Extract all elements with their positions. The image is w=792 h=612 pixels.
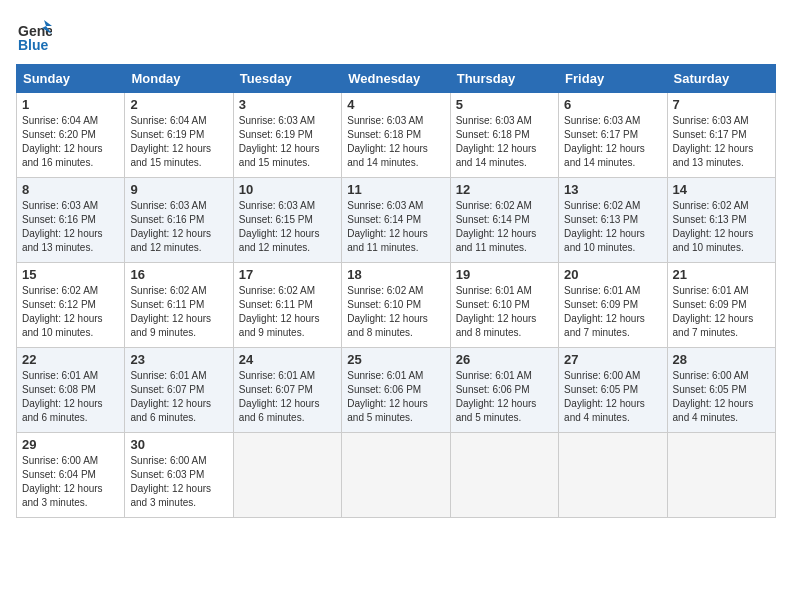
calendar-week-3: 15Sunrise: 6:02 AM Sunset: 6:12 PM Dayli… xyxy=(17,263,776,348)
day-number: 1 xyxy=(22,97,119,112)
calendar-cell: 6Sunrise: 6:03 AM Sunset: 6:17 PM Daylig… xyxy=(559,93,667,178)
calendar-cell: 20Sunrise: 6:01 AM Sunset: 6:09 PM Dayli… xyxy=(559,263,667,348)
calendar-cell: 28Sunrise: 6:00 AM Sunset: 6:05 PM Dayli… xyxy=(667,348,775,433)
calendar-cell: 25Sunrise: 6:01 AM Sunset: 6:06 PM Dayli… xyxy=(342,348,450,433)
day-number: 15 xyxy=(22,267,119,282)
day-header-sunday: Sunday xyxy=(17,65,125,93)
day-number: 13 xyxy=(564,182,661,197)
day-number: 7 xyxy=(673,97,770,112)
day-info: Sunrise: 6:00 AM Sunset: 6:05 PM Dayligh… xyxy=(673,369,770,425)
calendar-cell: 30Sunrise: 6:00 AM Sunset: 6:03 PM Dayli… xyxy=(125,433,233,518)
calendar-cell: 26Sunrise: 6:01 AM Sunset: 6:06 PM Dayli… xyxy=(450,348,558,433)
day-info: Sunrise: 6:02 AM Sunset: 6:10 PM Dayligh… xyxy=(347,284,444,340)
day-number: 11 xyxy=(347,182,444,197)
calendar-week-4: 22Sunrise: 6:01 AM Sunset: 6:08 PM Dayli… xyxy=(17,348,776,433)
day-number: 19 xyxy=(456,267,553,282)
calendar-cell: 1Sunrise: 6:04 AM Sunset: 6:20 PM Daylig… xyxy=(17,93,125,178)
calendar-cell: 22Sunrise: 6:01 AM Sunset: 6:08 PM Dayli… xyxy=(17,348,125,433)
calendar-cell: 19Sunrise: 6:01 AM Sunset: 6:10 PM Dayli… xyxy=(450,263,558,348)
day-info: Sunrise: 6:03 AM Sunset: 6:16 PM Dayligh… xyxy=(22,199,119,255)
day-info: Sunrise: 6:04 AM Sunset: 6:19 PM Dayligh… xyxy=(130,114,227,170)
day-number: 22 xyxy=(22,352,119,367)
day-info: Sunrise: 6:00 AM Sunset: 6:05 PM Dayligh… xyxy=(564,369,661,425)
day-info: Sunrise: 6:01 AM Sunset: 6:06 PM Dayligh… xyxy=(347,369,444,425)
day-info: Sunrise: 6:00 AM Sunset: 6:03 PM Dayligh… xyxy=(130,454,227,510)
day-number: 18 xyxy=(347,267,444,282)
day-info: Sunrise: 6:01 AM Sunset: 6:10 PM Dayligh… xyxy=(456,284,553,340)
calendar-body: 1Sunrise: 6:04 AM Sunset: 6:20 PM Daylig… xyxy=(17,93,776,518)
page-header: General Blue xyxy=(16,16,776,52)
day-header-friday: Friday xyxy=(559,65,667,93)
day-number: 10 xyxy=(239,182,336,197)
day-number: 9 xyxy=(130,182,227,197)
calendar-cell: 3Sunrise: 6:03 AM Sunset: 6:19 PM Daylig… xyxy=(233,93,341,178)
day-number: 21 xyxy=(673,267,770,282)
calendar-header-row: SundayMondayTuesdayWednesdayThursdayFrid… xyxy=(17,65,776,93)
logo: General Blue xyxy=(16,16,52,52)
day-number: 20 xyxy=(564,267,661,282)
day-header-tuesday: Tuesday xyxy=(233,65,341,93)
calendar-table: SundayMondayTuesdayWednesdayThursdayFrid… xyxy=(16,64,776,518)
calendar-cell xyxy=(233,433,341,518)
day-number: 25 xyxy=(347,352,444,367)
day-number: 6 xyxy=(564,97,661,112)
calendar-cell: 29Sunrise: 6:00 AM Sunset: 6:04 PM Dayli… xyxy=(17,433,125,518)
calendar-cell: 17Sunrise: 6:02 AM Sunset: 6:11 PM Dayli… xyxy=(233,263,341,348)
day-info: Sunrise: 6:03 AM Sunset: 6:14 PM Dayligh… xyxy=(347,199,444,255)
day-info: Sunrise: 6:01 AM Sunset: 6:07 PM Dayligh… xyxy=(239,369,336,425)
day-info: Sunrise: 6:02 AM Sunset: 6:12 PM Dayligh… xyxy=(22,284,119,340)
day-number: 5 xyxy=(456,97,553,112)
calendar-week-5: 29Sunrise: 6:00 AM Sunset: 6:04 PM Dayli… xyxy=(17,433,776,518)
day-info: Sunrise: 6:02 AM Sunset: 6:14 PM Dayligh… xyxy=(456,199,553,255)
day-info: Sunrise: 6:00 AM Sunset: 6:04 PM Dayligh… xyxy=(22,454,119,510)
day-info: Sunrise: 6:01 AM Sunset: 6:09 PM Dayligh… xyxy=(673,284,770,340)
day-info: Sunrise: 6:03 AM Sunset: 6:16 PM Dayligh… xyxy=(130,199,227,255)
day-header-thursday: Thursday xyxy=(450,65,558,93)
day-number: 27 xyxy=(564,352,661,367)
day-info: Sunrise: 6:02 AM Sunset: 6:11 PM Dayligh… xyxy=(239,284,336,340)
day-number: 16 xyxy=(130,267,227,282)
day-info: Sunrise: 6:01 AM Sunset: 6:08 PM Dayligh… xyxy=(22,369,119,425)
calendar-cell: 5Sunrise: 6:03 AM Sunset: 6:18 PM Daylig… xyxy=(450,93,558,178)
calendar-cell: 27Sunrise: 6:00 AM Sunset: 6:05 PM Dayli… xyxy=(559,348,667,433)
calendar-cell xyxy=(450,433,558,518)
calendar-week-2: 8Sunrise: 6:03 AM Sunset: 6:16 PM Daylig… xyxy=(17,178,776,263)
day-number: 23 xyxy=(130,352,227,367)
day-number: 8 xyxy=(22,182,119,197)
calendar-cell: 21Sunrise: 6:01 AM Sunset: 6:09 PM Dayli… xyxy=(667,263,775,348)
calendar-cell xyxy=(667,433,775,518)
calendar-cell: 8Sunrise: 6:03 AM Sunset: 6:16 PM Daylig… xyxy=(17,178,125,263)
calendar-cell: 10Sunrise: 6:03 AM Sunset: 6:15 PM Dayli… xyxy=(233,178,341,263)
calendar-cell: 16Sunrise: 6:02 AM Sunset: 6:11 PM Dayli… xyxy=(125,263,233,348)
calendar-cell: 2Sunrise: 6:04 AM Sunset: 6:19 PM Daylig… xyxy=(125,93,233,178)
day-info: Sunrise: 6:03 AM Sunset: 6:18 PM Dayligh… xyxy=(456,114,553,170)
day-number: 4 xyxy=(347,97,444,112)
day-number: 30 xyxy=(130,437,227,452)
calendar-cell xyxy=(342,433,450,518)
day-info: Sunrise: 6:01 AM Sunset: 6:07 PM Dayligh… xyxy=(130,369,227,425)
calendar-cell: 13Sunrise: 6:02 AM Sunset: 6:13 PM Dayli… xyxy=(559,178,667,263)
day-info: Sunrise: 6:01 AM Sunset: 6:06 PM Dayligh… xyxy=(456,369,553,425)
day-info: Sunrise: 6:03 AM Sunset: 6:17 PM Dayligh… xyxy=(564,114,661,170)
calendar-cell xyxy=(559,433,667,518)
day-number: 14 xyxy=(673,182,770,197)
day-number: 2 xyxy=(130,97,227,112)
day-header-saturday: Saturday xyxy=(667,65,775,93)
calendar-cell: 18Sunrise: 6:02 AM Sunset: 6:10 PM Dayli… xyxy=(342,263,450,348)
calendar-cell: 14Sunrise: 6:02 AM Sunset: 6:13 PM Dayli… xyxy=(667,178,775,263)
day-info: Sunrise: 6:01 AM Sunset: 6:09 PM Dayligh… xyxy=(564,284,661,340)
day-header-wednesday: Wednesday xyxy=(342,65,450,93)
day-number: 24 xyxy=(239,352,336,367)
calendar-cell: 24Sunrise: 6:01 AM Sunset: 6:07 PM Dayli… xyxy=(233,348,341,433)
day-number: 29 xyxy=(22,437,119,452)
day-number: 28 xyxy=(673,352,770,367)
calendar-cell: 9Sunrise: 6:03 AM Sunset: 6:16 PM Daylig… xyxy=(125,178,233,263)
calendar-cell: 4Sunrise: 6:03 AM Sunset: 6:18 PM Daylig… xyxy=(342,93,450,178)
day-info: Sunrise: 6:02 AM Sunset: 6:11 PM Dayligh… xyxy=(130,284,227,340)
day-info: Sunrise: 6:04 AM Sunset: 6:20 PM Dayligh… xyxy=(22,114,119,170)
calendar-cell: 15Sunrise: 6:02 AM Sunset: 6:12 PM Dayli… xyxy=(17,263,125,348)
calendar-cell: 23Sunrise: 6:01 AM Sunset: 6:07 PM Dayli… xyxy=(125,348,233,433)
day-header-monday: Monday xyxy=(125,65,233,93)
day-info: Sunrise: 6:03 AM Sunset: 6:18 PM Dayligh… xyxy=(347,114,444,170)
calendar-cell: 11Sunrise: 6:03 AM Sunset: 6:14 PM Dayli… xyxy=(342,178,450,263)
